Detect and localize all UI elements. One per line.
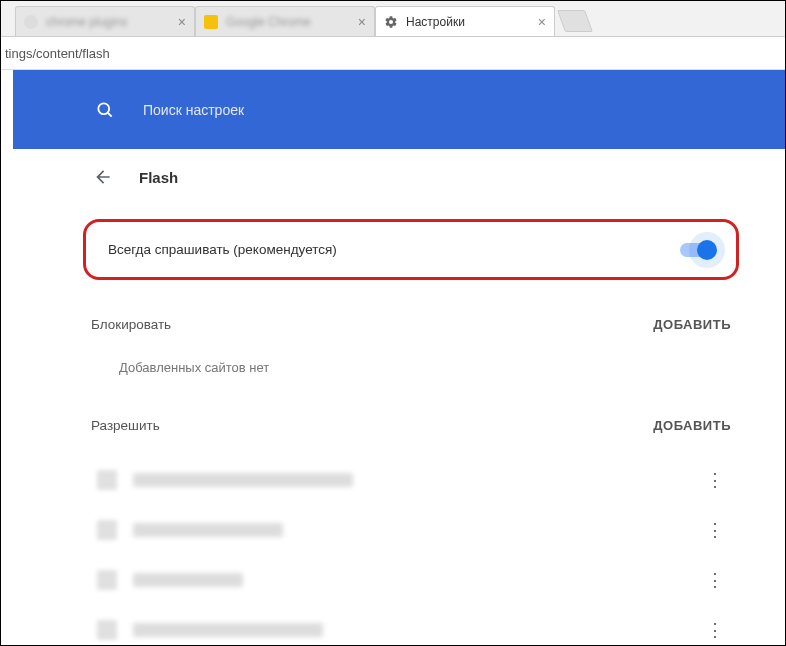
site-url-redacted [133, 473, 353, 487]
block-section: Блокировать ДОБАВИТЬ Добавленных сайтов … [71, 302, 751, 403]
tab-label-2: Google Chrome [226, 15, 311, 29]
site-favicon [97, 570, 117, 590]
always-ask-label: Всегда спрашивать (рекомендуется) [108, 242, 337, 257]
search-icon [95, 100, 115, 120]
close-icon[interactable]: × [358, 15, 366, 29]
more-icon[interactable]: ⋮ [699, 469, 731, 491]
tab-active[interactable]: Настройки × [375, 6, 555, 36]
tab-label-1: chrome plugins [46, 15, 127, 29]
tab-label-active: Настройки [406, 15, 465, 29]
close-icon[interactable]: × [538, 15, 546, 29]
tab-strip: chrome plugins × Google Chrome × Настрой… [1, 1, 785, 37]
more-icon[interactable]: ⋮ [699, 569, 731, 591]
block-empty-text: Добавленных сайтов нет [91, 346, 731, 403]
site-favicon [97, 620, 117, 640]
settings-header: Поиск настроек [13, 70, 785, 149]
new-tab-button[interactable] [557, 10, 593, 32]
list-item: ⋮ [91, 455, 731, 505]
block-add-button[interactable]: ДОБАВИТЬ [653, 317, 731, 332]
always-ask-row: Всегда спрашивать (рекомендуется) [90, 226, 732, 273]
block-title: Блокировать [91, 317, 171, 332]
always-ask-toggle[interactable] [680, 243, 714, 257]
list-item: ⋮ [91, 555, 731, 605]
page-title: Flash [139, 169, 178, 186]
search-placeholder: Поиск настроек [143, 102, 244, 118]
gear-icon [384, 15, 398, 29]
allow-add-button[interactable]: ДОБАВИТЬ [653, 418, 731, 433]
tab-inactive-1[interactable]: chrome plugins × [15, 6, 195, 36]
site-url-redacted [133, 523, 283, 537]
favicon-2 [204, 15, 218, 29]
address-text: tings/content/flash [5, 46, 110, 61]
site-url-redacted [133, 573, 243, 587]
highlight-annotation: Всегда спрашивать (рекомендуется) [83, 219, 739, 280]
list-item: ⋮ [91, 505, 731, 555]
back-arrow-icon[interactable] [91, 165, 115, 189]
settings-card: Flash Всегда спрашивать (рекомендуется) … [71, 149, 751, 646]
list-item: ⋮ [91, 605, 731, 646]
tab-inactive-2[interactable]: Google Chrome × [195, 6, 375, 36]
search-settings[interactable]: Поиск настроек [71, 88, 785, 132]
more-icon[interactable]: ⋮ [699, 519, 731, 541]
close-icon[interactable]: × [178, 15, 186, 29]
svg-point-0 [98, 103, 109, 114]
site-favicon [97, 470, 117, 490]
site-url-redacted [133, 623, 323, 637]
allow-section: Разрешить ДОБАВИТЬ ⋮ ⋮ ⋮ ⋮ [71, 403, 751, 646]
site-favicon [97, 520, 117, 540]
allow-title: Разрешить [91, 418, 160, 433]
svg-line-1 [108, 112, 112, 116]
address-bar[interactable]: tings/content/flash [1, 37, 785, 70]
more-icon[interactable]: ⋮ [699, 619, 731, 641]
favicon-1 [24, 15, 38, 29]
